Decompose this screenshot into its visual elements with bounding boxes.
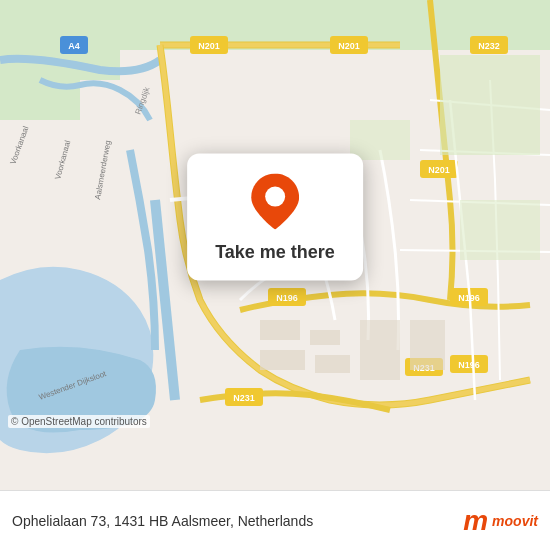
moovit-logo: m moovit [463,507,538,535]
popup-card: Take me there [187,154,363,281]
bottom-bar: Ophelialaan 73, 1431 HB Aalsmeer, Nether… [0,490,550,550]
moovit-m-letter: m [463,507,488,535]
svg-rect-25 [460,200,540,260]
svg-rect-26 [350,120,410,160]
svg-text:N201: N201 [338,41,360,51]
svg-text:N201: N201 [428,165,450,175]
svg-rect-30 [315,355,350,373]
svg-rect-27 [260,320,300,340]
svg-rect-24 [440,55,540,155]
svg-text:N232: N232 [478,41,500,51]
svg-text:N201: N201 [198,41,220,51]
svg-rect-29 [260,350,305,370]
take-me-there-button[interactable]: Take me there [215,240,335,265]
address-text: Ophelialaan 73, 1431 HB Aalsmeer, Nether… [12,513,463,529]
svg-text:N196: N196 [276,293,298,303]
svg-rect-28 [310,330,340,345]
svg-text:A4: A4 [68,41,80,51]
svg-point-40 [265,187,285,207]
osm-credit: © OpenStreetMap contributors [8,415,150,428]
map-container: N201 N201 N232 A4 N201 N196 N196 N231 N2… [0,0,550,490]
svg-rect-32 [410,320,445,370]
location-pin-icon [251,174,299,230]
svg-rect-31 [360,320,400,380]
moovit-text: moovit [492,513,538,529]
svg-text:N231: N231 [233,393,255,403]
svg-text:N196: N196 [458,360,480,370]
